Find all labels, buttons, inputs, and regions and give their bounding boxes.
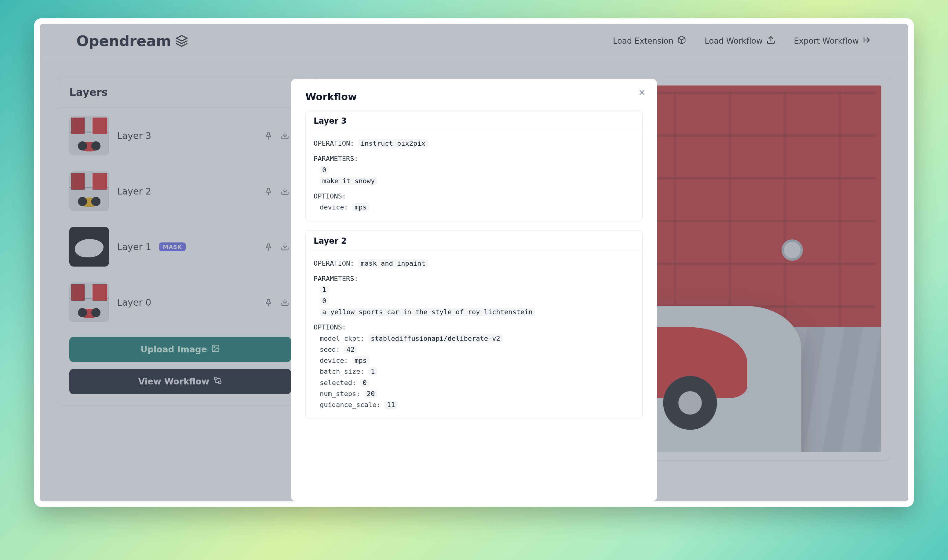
option-key: device: bbox=[320, 357, 348, 364]
workflow-modal: Workflow Layer 3 OPERATION: instruct_pix… bbox=[291, 79, 657, 502]
parameters-label: PARAMETERS: bbox=[314, 153, 634, 164]
option-key: model_ckpt: bbox=[320, 335, 364, 342]
param-value: a yellow sports car in the style of roy … bbox=[320, 308, 535, 316]
workflow-card-title: Layer 3 bbox=[306, 111, 642, 131]
option-key: device: bbox=[320, 203, 348, 211]
param-value: 0 bbox=[320, 297, 329, 305]
option-key: guidance_scale: bbox=[320, 401, 380, 409]
parameters-label: PARAMETERS: bbox=[314, 273, 634, 284]
option-value: 1 bbox=[368, 367, 377, 375]
option-value: mps bbox=[352, 203, 369, 211]
app-window: Opendream Load Extension bbox=[34, 18, 914, 507]
option-key: num_steps: bbox=[320, 390, 360, 398]
modal-overlay[interactable]: Workflow Layer 3 OPERATION: instruct_pix… bbox=[40, 24, 908, 502]
option-value: 0 bbox=[360, 378, 369, 387]
option-key: seed: bbox=[320, 346, 340, 353]
close-icon bbox=[638, 89, 646, 97]
app-frame: Opendream Load Extension bbox=[40, 24, 908, 502]
workflow-card-body: OPERATION: instruct_pix2pix PARAMETERS: … bbox=[306, 131, 642, 221]
workflow-card-body: OPERATION: mask_and_inpaint PARAMETERS: … bbox=[306, 251, 642, 418]
option-key: batch_size: bbox=[320, 368, 364, 375]
option-key: selected: bbox=[320, 379, 356, 386]
option-value: 11 bbox=[385, 401, 398, 409]
operation-value: mask_and_inpaint bbox=[358, 259, 428, 268]
option-value: stablediffusionapi/deliberate-v2 bbox=[368, 334, 503, 343]
option-value: 42 bbox=[344, 345, 357, 354]
workflow-card: Layer 2 OPERATION: mask_and_inpaint PARA… bbox=[305, 231, 643, 419]
modal-title: Workflow bbox=[305, 91, 643, 103]
options-label: OPTIONS: bbox=[314, 322, 634, 333]
param-value: make it snowy bbox=[320, 177, 377, 185]
operation-value: instruct_pix2pix bbox=[358, 139, 428, 148]
operation-label: OPERATION: bbox=[314, 140, 354, 147]
close-button[interactable] bbox=[636, 87, 648, 99]
workflow-card-title: Layer 2 bbox=[306, 231, 642, 251]
param-value: 0 bbox=[320, 166, 329, 174]
param-value: 1 bbox=[320, 286, 329, 294]
options-label: OPTIONS: bbox=[314, 191, 634, 202]
workflow-card: Layer 3 OPERATION: instruct_pix2pix PARA… bbox=[305, 111, 643, 222]
option-value: 20 bbox=[364, 389, 377, 398]
operation-label: OPERATION: bbox=[314, 260, 354, 267]
option-value: mps bbox=[352, 356, 369, 365]
